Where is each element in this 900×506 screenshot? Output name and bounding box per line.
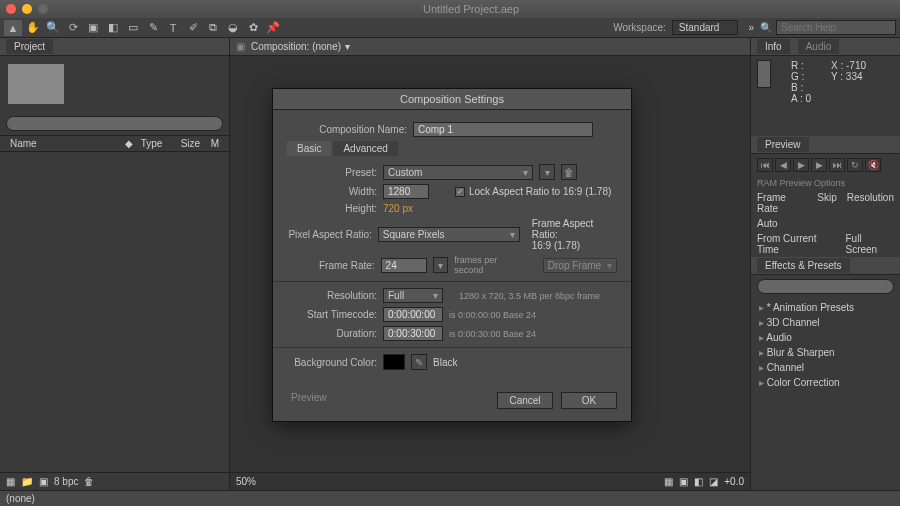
par-select[interactable]: Square Pixels <box>378 227 520 242</box>
clone-tool-icon[interactable]: ⧉ <box>204 20 222 36</box>
exposure-value[interactable]: +0.0 <box>724 476 744 487</box>
dropframe-select: Drop Frame <box>543 258 617 273</box>
save-preset-icon[interactable]: ▾ <box>539 164 555 180</box>
trash-icon[interactable]: 🗑 <box>84 476 94 487</box>
col-type[interactable]: Type <box>137 138 177 149</box>
viewer-opt-icon[interactable]: ◧ <box>694 476 703 487</box>
full-screen-check[interactable]: Full Screen <box>845 233 894 255</box>
type-tool-icon[interactable]: T <box>164 20 182 36</box>
chevron-right-icon[interactable]: » <box>748 22 754 33</box>
mute-icon[interactable]: 🔇 <box>865 158 881 172</box>
start-timecode-info: is 0:00:00:00 Base 24 <box>449 310 536 320</box>
mask-tool-icon[interactable]: ▭ <box>124 20 142 36</box>
col-size[interactable]: Size <box>177 138 207 149</box>
delete-preset-icon[interactable]: 🗑 <box>561 164 577 180</box>
zoom-tool-icon[interactable]: 🔍 <box>44 20 62 36</box>
project-tab[interactable]: Project <box>6 39 53 54</box>
effects-category[interactable]: Blur & Sharpen <box>751 345 900 360</box>
effects-category[interactable]: * Animation Presets <box>751 300 900 315</box>
frame-ar-value: 16:9 (1.78) <box>532 240 617 251</box>
start-timecode-input[interactable] <box>383 307 443 322</box>
eyedropper-icon[interactable]: ✎ <box>411 354 427 370</box>
project-search-input[interactable] <box>6 116 223 131</box>
pen-tool-icon[interactable]: ✎ <box>144 20 162 36</box>
lock-aspect-checkbox[interactable]: ✓ <box>455 187 465 197</box>
project-bin-empty <box>0 152 229 472</box>
last-frame-icon[interactable]: ⏭ <box>829 158 845 172</box>
info-tab[interactable]: Info <box>757 39 790 54</box>
folder-icon[interactable]: 📁 <box>21 476 33 487</box>
effects-category[interactable]: Color Correction <box>751 375 900 390</box>
selection-tool-icon[interactable]: ▲ <box>4 20 22 36</box>
basic-tab[interactable]: Basic <box>287 141 331 156</box>
auto-value[interactable]: Auto <box>757 218 778 229</box>
dialog-title: Composition Settings <box>273 89 631 110</box>
frame-ar-label: Frame Aspect Ratio: <box>532 218 617 240</box>
height-value[interactable]: 720 px <box>383 203 413 214</box>
framerate-dropdown-icon[interactable]: ▾ <box>433 257 449 273</box>
effects-category[interactable]: Channel <box>751 360 900 375</box>
col-m[interactable]: M <box>207 138 223 149</box>
close-window-icon[interactable] <box>6 4 16 14</box>
framerate-input[interactable] <box>381 258 427 273</box>
eraser-tool-icon[interactable]: ◒ <box>224 20 242 36</box>
next-frame-icon[interactable]: ▶ <box>811 158 827 172</box>
new-comp-icon[interactable]: ▣ <box>39 476 48 487</box>
cancel-button[interactable]: Cancel <box>497 392 553 409</box>
magnification-select[interactable]: 50% <box>236 476 256 487</box>
panbehind-tool-icon[interactable]: ◧ <box>104 20 122 36</box>
col-name[interactable]: Name <box>6 138 121 149</box>
zoom-window-icon[interactable] <box>38 4 48 14</box>
info-b: B : <box>791 82 811 93</box>
lock-aspect-label: Lock Aspect Ratio to 16:9 (1.78) <box>469 186 611 197</box>
rotate-tool-icon[interactable]: ⟳ <box>64 20 82 36</box>
effects-list: * Animation Presets 3D Channel Audio Blu… <box>751 298 900 392</box>
width-input[interactable] <box>383 184 429 199</box>
from-current-check[interactable]: From Current Time <box>757 233 837 255</box>
viewer-toggle-icon[interactable]: ▣ <box>236 41 245 52</box>
frame-rate-label: Frame Rate <box>757 192 807 214</box>
ok-button[interactable]: OK <box>561 392 617 409</box>
effects-tab[interactable]: Effects & Presets <box>757 258 850 273</box>
workspace-label: Workspace: <box>613 22 666 33</box>
dropdown-icon[interactable]: ▾ <box>345 41 350 52</box>
search-help-input[interactable] <box>776 20 896 35</box>
info-r: R : <box>791 60 811 71</box>
preset-select[interactable]: Custom <box>383 165 533 180</box>
viewer-opt-icon[interactable]: ▦ <box>664 476 673 487</box>
advanced-tab[interactable]: Advanced <box>333 141 397 156</box>
prev-frame-icon[interactable]: ◀ <box>775 158 791 172</box>
duration-input[interactable] <box>383 326 443 341</box>
effects-search-input[interactable] <box>757 279 894 294</box>
project-panel: Project Name ◆ Type Size M ▦ 📁 ▣ 8 bpc 🗑 <box>0 38 230 490</box>
resolution-select[interactable]: Full <box>383 288 443 303</box>
effects-category[interactable]: 3D Channel <box>751 315 900 330</box>
first-frame-icon[interactable]: ⏮ <box>757 158 773 172</box>
composition-tab[interactable]: Composition: (none) <box>251 41 341 52</box>
preview-check[interactable]: Preview <box>291 392 327 409</box>
effects-category[interactable]: Audio <box>751 330 900 345</box>
workspace-select[interactable]: Standard <box>672 20 739 35</box>
hand-tool-icon[interactable]: ✋ <box>24 20 42 36</box>
minimize-window-icon[interactable] <box>22 4 32 14</box>
ram-preview-options[interactable]: RAM Preview Options <box>751 176 900 190</box>
camera-tool-icon[interactable]: ▣ <box>84 20 102 36</box>
interpret-icon[interactable]: ▦ <box>6 476 15 487</box>
timeline-tab[interactable]: (none) <box>6 493 35 504</box>
audio-tab[interactable]: Audio <box>798 39 840 54</box>
preview-tab[interactable]: Preview <box>757 137 809 152</box>
bpc-button[interactable]: 8 bpc <box>54 476 78 487</box>
project-thumbnail <box>8 64 64 104</box>
viewer-opt-icon[interactable]: ▣ <box>679 476 688 487</box>
roto-tool-icon[interactable]: ✿ <box>244 20 262 36</box>
framerate-label: Frame Rate: <box>287 260 375 271</box>
window-titlebar: Untitled Project.aep <box>0 0 900 18</box>
brush-tool-icon[interactable]: ✐ <box>184 20 202 36</box>
bg-color-swatch[interactable] <box>383 354 405 370</box>
comp-name-input[interactable] <box>413 122 593 137</box>
play-icon[interactable]: ▶ <box>793 158 809 172</box>
label-icon[interactable]: ◆ <box>121 138 137 149</box>
puppet-tool-icon[interactable]: 📌 <box>264 20 282 36</box>
viewer-opt-icon[interactable]: ◪ <box>709 476 718 487</box>
loop-icon[interactable]: ↻ <box>847 158 863 172</box>
